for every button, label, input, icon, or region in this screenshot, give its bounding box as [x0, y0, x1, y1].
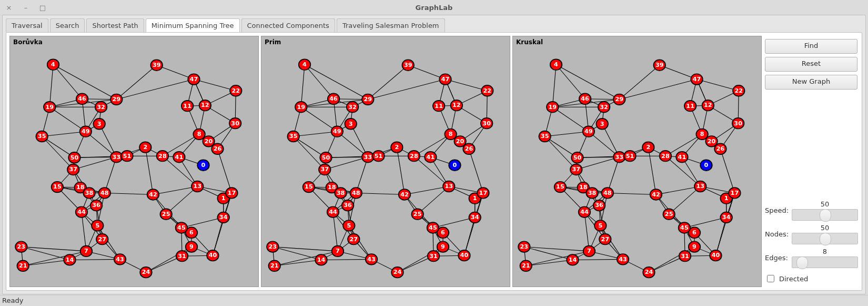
graph-node-46[interactable]: 46: [579, 93, 591, 104]
graph-node-29[interactable]: 29: [110, 94, 122, 105]
graph-node-5[interactable]: 5: [92, 220, 103, 231]
graph-node-38[interactable]: 38: [335, 187, 346, 199]
tab-shortest-path[interactable]: Shortest Path: [86, 18, 144, 32]
graph-node-15[interactable]: 15: [303, 182, 315, 193]
graph-node-37[interactable]: 37: [67, 164, 79, 175]
graph-node-29[interactable]: 29: [613, 94, 625, 105]
graph-node-39[interactable]: 39: [150, 60, 162, 71]
graph-node-9[interactable]: 9: [689, 241, 700, 252]
graph-node-7[interactable]: 7: [583, 246, 595, 257]
graph-node-32[interactable]: 32: [347, 102, 358, 113]
graph-node-51[interactable]: 51: [624, 151, 635, 162]
graph-node-46[interactable]: 46: [328, 93, 339, 104]
graph-node-11[interactable]: 11: [684, 101, 696, 112]
graph-node-37[interactable]: 37: [319, 164, 330, 175]
graph-node-32[interactable]: 32: [95, 102, 107, 113]
graph-node-48[interactable]: 48: [350, 187, 362, 199]
graph-node-45[interactable]: 45: [176, 222, 187, 233]
graph-node-40[interactable]: 40: [458, 250, 470, 261]
graph-node-33[interactable]: 33: [362, 152, 374, 163]
graph-node-51[interactable]: 51: [372, 151, 384, 162]
graph-node-39[interactable]: 39: [402, 60, 413, 71]
graph-node-46[interactable]: 46: [76, 93, 88, 104]
graph-node-28[interactable]: 28: [408, 151, 420, 162]
graph-node-30[interactable]: 30: [732, 118, 744, 129]
graph-node-13[interactable]: 13: [443, 181, 455, 192]
graph-node-44[interactable]: 44: [579, 206, 590, 218]
graph-node-35[interactable]: 35: [287, 131, 299, 142]
graph-node-47[interactable]: 47: [188, 74, 199, 85]
graph-node-27[interactable]: 27: [96, 234, 108, 245]
graph-node-50[interactable]: 50: [320, 152, 331, 163]
graph-node-47[interactable]: 47: [691, 74, 702, 85]
graph-node-48[interactable]: 48: [602, 187, 613, 199]
graph-node-30[interactable]: 30: [481, 118, 492, 129]
graph-node-34[interactable]: 34: [217, 212, 229, 223]
graph-node-49[interactable]: 49: [583, 126, 594, 137]
graph-node-34[interactable]: 34: [469, 212, 480, 223]
graph-node-15[interactable]: 15: [52, 182, 63, 193]
graph-node-0[interactable]: 0: [197, 160, 209, 171]
find-button[interactable]: Find: [765, 39, 857, 54]
graph-node-5[interactable]: 5: [343, 220, 355, 231]
graph-node-22[interactable]: 22: [230, 85, 241, 96]
graph-node-23[interactable]: 23: [518, 241, 530, 252]
graph-node-47[interactable]: 47: [439, 74, 451, 85]
graph-node-26[interactable]: 26: [463, 143, 475, 154]
graph-node-25[interactable]: 25: [663, 209, 674, 220]
graph-node-8[interactable]: 8: [696, 129, 708, 140]
reset-button[interactable]: Reset: [765, 57, 857, 72]
graph-node-27[interactable]: 27: [348, 234, 359, 245]
graph-node-19[interactable]: 19: [44, 102, 55, 113]
graph-node-40[interactable]: 40: [710, 250, 721, 261]
nodes-slider[interactable]: [792, 233, 858, 244]
graph-node-21[interactable]: 21: [268, 260, 280, 271]
graph-node-22[interactable]: 22: [481, 85, 493, 96]
graph-node-49[interactable]: 49: [331, 126, 343, 137]
graph-node-17[interactable]: 17: [477, 187, 489, 199]
directed-checkbox[interactable]: [767, 275, 774, 282]
graph-node-17[interactable]: 17: [729, 187, 740, 199]
graph-node-29[interactable]: 29: [362, 94, 374, 105]
graph-node-35[interactable]: 35: [539, 131, 550, 142]
graph-node-31[interactable]: 31: [428, 251, 439, 262]
graph-node-45[interactable]: 45: [679, 222, 690, 233]
graph-node-2[interactable]: 2: [642, 142, 654, 153]
newgraph-button[interactable]: New Graph: [765, 75, 857, 90]
graph-node-19[interactable]: 19: [295, 102, 307, 113]
graph-node-40[interactable]: 40: [207, 250, 218, 261]
graph-node-33[interactable]: 33: [110, 152, 122, 163]
graph-node-11[interactable]: 11: [181, 101, 193, 112]
close-icon[interactable]: ×: [5, 4, 13, 12]
graph-node-26[interactable]: 26: [714, 143, 726, 154]
graph-node-48[interactable]: 48: [99, 187, 110, 199]
graph-node-32[interactable]: 32: [598, 102, 610, 113]
graph-node-4[interactable]: 4: [299, 59, 310, 70]
graph-node-43[interactable]: 43: [617, 254, 629, 265]
graph-node-14[interactable]: 14: [567, 254, 578, 265]
graph-node-45[interactable]: 45: [427, 222, 439, 233]
graph-node-43[interactable]: 43: [114, 254, 126, 265]
graph-node-17[interactable]: 17: [226, 187, 237, 199]
graph-node-8[interactable]: 8: [445, 129, 456, 140]
graph-node-3[interactable]: 3: [345, 119, 356, 130]
graph-node-31[interactable]: 31: [679, 251, 691, 262]
graph-node-3[interactable]: 3: [596, 119, 608, 130]
tab-traversal[interactable]: Traversal: [6, 18, 48, 32]
graph-node-35[interactable]: 35: [36, 131, 47, 142]
speed-slider[interactable]: [792, 209, 858, 221]
graph-node-38[interactable]: 38: [586, 187, 598, 199]
graph-node-5[interactable]: 5: [594, 220, 606, 231]
graph-node-36[interactable]: 36: [342, 200, 354, 211]
graph-node-14[interactable]: 14: [64, 254, 75, 265]
graph-node-25[interactable]: 25: [160, 209, 171, 220]
graph-node-21[interactable]: 21: [520, 260, 531, 271]
graph-node-34[interactable]: 34: [720, 212, 732, 223]
graph-node-4[interactable]: 4: [550, 59, 562, 70]
graph-node-8[interactable]: 8: [193, 129, 205, 140]
graph-node-15[interactable]: 15: [554, 182, 566, 193]
graph-node-4[interactable]: 4: [47, 59, 59, 70]
graph-node-23[interactable]: 23: [15, 241, 27, 252]
graph-node-49[interactable]: 49: [80, 126, 92, 137]
graph-node-0[interactable]: 0: [700, 160, 712, 171]
